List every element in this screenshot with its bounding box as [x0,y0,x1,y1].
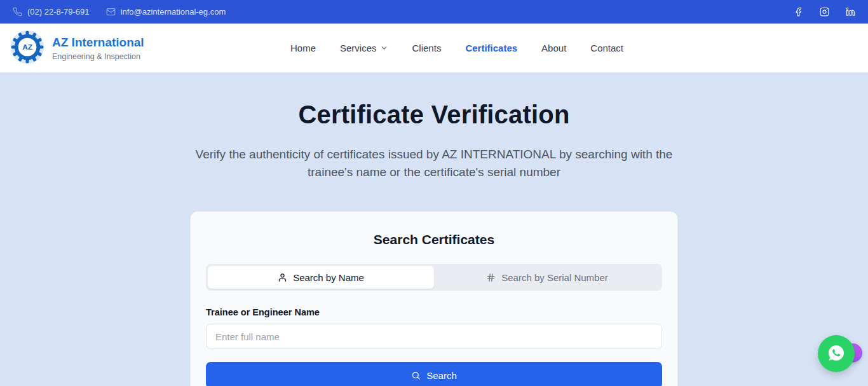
topbar-email-text: info@azinternational-eg.com [121,7,226,17]
whatsapp-icon [826,343,846,365]
main-nav: Home Services Clients Certificates About… [290,43,725,53]
nav-item-home[interactable]: Home [290,43,316,53]
tab-search-by-name[interactable]: Search by Name [208,266,434,289]
brand-name: AZ International [52,36,144,50]
topbar-phone[interactable]: (02) 22-8-79-691 [13,7,90,17]
nav-item-certificates[interactable]: Certificates [465,43,517,53]
company-logo: AZ [10,30,44,67]
topbar-phone-text: (02) 22-8-79-691 [27,7,90,17]
topbar-email[interactable]: info@azinternational-eg.com [106,7,226,17]
page-title: Certificate Verification [0,100,868,129]
tab-label-serial: Search by Serial Number [501,272,608,283]
logo-monogram: AZ [22,43,32,52]
topbar-social-group [794,7,855,17]
hero-section: Certificate Verification Verify the auth… [0,72,868,181]
brand-text: AZ International Engineering & Inspectio… [52,36,144,61]
instagram-icon[interactable] [820,7,829,17]
linkedin-icon[interactable] [846,7,855,17]
search-mode-tabs: Search by Name Search by Serial Number [206,264,662,291]
search-icon [411,371,421,380]
name-field-label: Trainee or Engineer Name [206,307,662,317]
brand-tagline: Engineering & Inspection [52,52,144,61]
card-title: Search Certificates [206,232,662,247]
search-certificates-card: Search Certificates Search by Name Searc… [190,211,678,386]
nav-item-services[interactable]: Services [340,43,388,53]
facebook-icon[interactable] [794,7,803,17]
search-button[interactable]: Search [206,362,662,386]
site-header: AZ AZ International Engineering & Inspec… [0,24,868,72]
nav-item-about[interactable]: About [541,43,566,53]
topbar-contact-group: (02) 22-8-79-691 info@azinternational-eg… [13,7,226,17]
topbar: (02) 22-8-79-691 info@azinternational-eg… [0,0,868,24]
user-icon [278,273,287,282]
nav-services-label: Services [340,43,377,53]
search-button-label: Search [426,370,457,381]
tab-search-by-serial[interactable]: Search by Serial Number [434,266,660,289]
nav-item-contact[interactable]: Contact [590,43,623,53]
brand[interactable]: AZ AZ International Engineering & Inspec… [10,30,158,67]
nav-item-clients[interactable]: Clients [412,43,442,53]
chevron-down-icon [380,44,388,52]
mail-icon [106,7,116,17]
whatsapp-button[interactable] [818,335,855,372]
page-subtitle: Verify the authenticity of certificates … [180,146,688,181]
name-input[interactable] [206,324,662,349]
phone-icon [13,7,22,17]
tab-label-name: Search by Name [293,272,364,283]
hash-icon [486,273,496,282]
